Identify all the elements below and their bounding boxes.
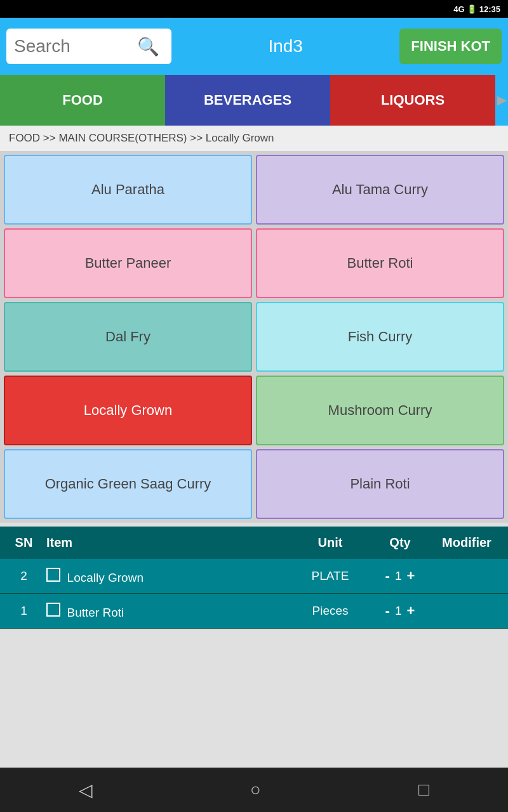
status-time: 12:35 <box>479 4 500 14</box>
search-input[interactable] <box>14 36 135 56</box>
menu-grid: Alu Paratha Alu Tama Curry Butter Paneer… <box>0 151 508 523</box>
qty-plus-butter-roti[interactable]: + <box>404 601 418 620</box>
header-title: Ind3 <box>178 36 393 56</box>
menu-item-plain-roti[interactable]: Plain Roti <box>256 449 504 519</box>
tab-liquors[interactable]: LIQUORS <box>330 75 495 126</box>
tab-food[interactable]: FOOD <box>0 75 165 126</box>
nav-back-icon[interactable]: ◁ <box>79 780 93 801</box>
finish-kot-button[interactable]: FINISH KOT <box>399 29 502 64</box>
menu-item-alu-tama-curry[interactable]: Alu Tama Curry <box>256 155 504 225</box>
search-icon: 🔍 <box>137 36 159 57</box>
order-sn-2: 2 <box>6 569 41 583</box>
menu-item-organic-green-saag[interactable]: Organic Green Saag Curry <box>4 449 252 519</box>
order-item-locally-grown: Locally Grown <box>41 568 292 585</box>
menu-item-fish-curry[interactable]: Fish Curry <box>256 302 504 372</box>
order-qty-butter-roti: - 1 + <box>368 601 432 620</box>
order-qty-locally-grown: - 1 + <box>368 566 432 586</box>
order-checkbox-butter-roti[interactable] <box>46 603 60 617</box>
order-unit-butter-roti: Pieces <box>292 604 368 618</box>
qty-plus-locally-grown[interactable]: + <box>404 566 418 586</box>
order-row-locally-grown: 2 Locally Grown PLATE - 1 + <box>0 559 508 594</box>
status-battery: 🔋 <box>467 4 477 14</box>
menu-item-mushroom-curry[interactable]: Mushroom Curry <box>256 376 504 445</box>
qty-minus-butter-roti[interactable]: - <box>383 601 392 620</box>
order-sn-1: 1 <box>6 604 41 618</box>
nav-home-icon[interactable]: ○ <box>250 780 261 800</box>
menu-item-butter-roti[interactable]: Butter Roti <box>256 228 504 298</box>
order-checkbox-locally-grown[interactable] <box>46 568 60 582</box>
search-box[interactable]: 🔍 <box>6 29 171 64</box>
order-item-butter-roti: Butter Roti <box>41 603 292 620</box>
bottom-nav: ◁ ○ □ <box>0 768 508 812</box>
qty-value-locally-grown: 1 <box>395 569 402 583</box>
status-bar: 4G 🔋 12:35 <box>0 0 508 18</box>
col-header-qty: Qty <box>368 535 432 550</box>
header: 🔍 Ind3 FINISH KOT <box>0 18 508 75</box>
menu-item-locally-grown[interactable]: Locally Grown <box>4 376 252 445</box>
scroll-indicator: ▶ <box>495 75 508 126</box>
col-header-sn: SN <box>6 535 41 550</box>
col-header-modifier: Modifier <box>432 535 502 550</box>
breadcrumb: FOOD >> MAIN COURSE(OTHERS) >> Locally G… <box>0 126 508 151</box>
status-signal: 4G <box>453 4 464 14</box>
qty-value-butter-roti: 1 <box>395 604 402 618</box>
menu-item-dal-fry[interactable]: Dal Fry <box>4 302 252 372</box>
nav-recents-icon[interactable]: □ <box>418 780 429 800</box>
qty-minus-locally-grown[interactable]: - <box>383 566 392 586</box>
tab-beverages[interactable]: BEVERAGES <box>165 75 330 126</box>
order-table-header: SN Item Unit Qty Modifier <box>0 527 508 559</box>
col-header-item: Item <box>41 535 292 550</box>
menu-item-alu-paratha[interactable]: Alu Paratha <box>4 155 252 225</box>
col-header-unit: Unit <box>292 535 368 550</box>
order-unit-locally-grown: PLATE <box>292 569 368 583</box>
category-tabs: FOOD BEVERAGES LIQUORS ▶ <box>0 75 508 126</box>
menu-item-butter-paneer[interactable]: Butter Paneer <box>4 228 252 298</box>
order-row-butter-roti: 1 Butter Roti Pieces - 1 + <box>0 594 508 629</box>
order-section: SN Item Unit Qty Modifier 2 Locally Grow… <box>0 527 508 629</box>
